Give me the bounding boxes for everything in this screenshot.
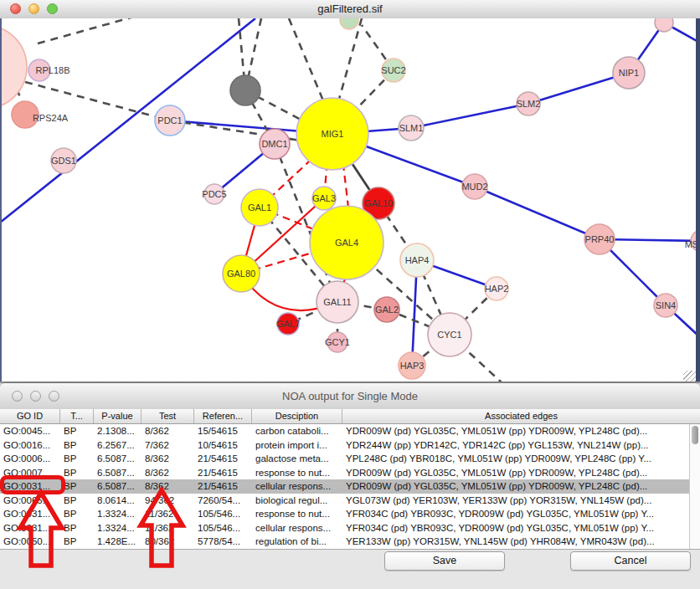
- column-header-6[interactable]: Associated edges: [342, 409, 700, 423]
- table-cell: BP: [60, 466, 94, 480]
- node-label-NIP1: NIP1: [619, 68, 639, 78]
- table-cell: GO:0031...: [0, 507, 60, 521]
- column-header-4[interactable]: Referen...: [194, 409, 252, 423]
- table-cell: YPL248C (pd) YBR018C, YML051W (pp) YDR00…: [342, 452, 700, 466]
- table-cell: GO:0007...: [0, 466, 60, 480]
- node-label-GAL80: GAL80: [227, 269, 255, 279]
- column-header-0[interactable]: GO ID: [0, 409, 60, 423]
- table-cell: GO:0006...: [0, 452, 60, 466]
- table-cell: protein import i...: [252, 438, 342, 453]
- table-cell: YFR034C (pd) YBR093C, YDR009W (pd) YGL03…: [342, 521, 700, 535]
- node-label-SLM1: SLM1: [399, 123, 424, 133]
- table-cell: GO:0031...: [0, 521, 60, 535]
- node-label-DMC1: DMC1: [261, 139, 287, 149]
- node-label-SLM2: SLM2: [517, 99, 541, 109]
- node-label-GAL10: GAL10: [364, 198, 393, 208]
- cancel-button[interactable]: Cancel: [570, 551, 691, 571]
- save-button[interactable]: Save: [384, 551, 505, 571]
- noa-window-title: NOA output for Single Mode: [0, 383, 700, 409]
- screen: galFiltered.sif RPL18BRPS24AGDS1PDC1DMC1…: [0, 0, 700, 589]
- node-label-SUC2: SUC2: [381, 65, 405, 75]
- window-title: galFiltered.sif: [0, 0, 700, 18]
- table-row[interactable]: GO:0006...BP6.5087...8/36221/54615galact…: [0, 452, 700, 466]
- table-cell: BP: [60, 424, 94, 438]
- node-label-MIG1: MIG1: [322, 129, 344, 139]
- node-label-RPL18B: RPL18B: [36, 65, 70, 75]
- node-label-GCY1: GCY1: [325, 337, 350, 347]
- network-node-top-green[interactable]: [340, 18, 358, 29]
- table-header: GO IDT...P-valueTestReferen...Desciption…: [0, 409, 700, 424]
- table-cell: 7260/54...: [194, 494, 252, 508]
- table-row[interactable]: GO:0031...BP6.5087...8/36221/54615cellul…: [0, 479, 700, 494]
- node-label-GAL3: GAL3: [312, 193, 336, 203]
- resize-grip-icon[interactable]: [683, 371, 696, 382]
- column-header-1[interactable]: T...: [60, 409, 94, 423]
- table-cell: GO:0016...: [0, 438, 60, 453]
- table-cell: YDR244W (pp) YDR142C, YDR142C (pp) YGL15…: [342, 438, 700, 453]
- table-cell: cellular respons...: [252, 521, 342, 535]
- table-cell: 8/362: [142, 479, 194, 494]
- table-cell: GO:0045...: [0, 424, 60, 438]
- table-cell: GO:0031...: [0, 479, 60, 494]
- table-cell: BP: [60, 494, 94, 508]
- node-label-SIN4: SIN4: [656, 300, 676, 310]
- network-node-gray-node[interactable]: [230, 75, 260, 105]
- table-row[interactable]: GO:0050...BP1.428E...80/3625778/54...reg…: [0, 535, 700, 549]
- go-results-table: GO IDT...P-valueTestReferen...Desciption…: [0, 409, 700, 550]
- node-label-MUD2: MUD2: [461, 182, 487, 192]
- table-cell: 6.5087...: [94, 452, 142, 466]
- table-cell: GO:0065...: [0, 494, 60, 508]
- table-cell: 5778/54...: [194, 535, 252, 549]
- noa-titlebar[interactable]: NOA output for Single Mode: [0, 383, 700, 410]
- table-cell: YFR034C (pd) YBR093C, YDR009W (pd) YGL03…: [342, 507, 700, 521]
- table-cell: 8/362: [142, 452, 194, 466]
- column-header-2[interactable]: P-value: [94, 409, 142, 423]
- table-cell: 8/362: [142, 466, 194, 480]
- table-row[interactable]: GO:0031...BP1.3324...11/362105/546...res…: [0, 507, 700, 521]
- table-cell: 2.1308...: [94, 424, 142, 438]
- table-cell: 15/54615: [194, 424, 252, 438]
- table-cell: 11/362: [142, 521, 194, 535]
- network-titlebar[interactable]: galFiltered.sif: [0, 0, 700, 19]
- table-row[interactable]: GO:0007...BP6.5087...8/36221/54615respon…: [0, 466, 700, 480]
- table-cell: YER133W (pp) YOR315W, YNL145W (pd) YHR08…: [342, 535, 700, 549]
- node-label-GAL11: GAL11: [323, 297, 351, 307]
- network-node-big-left[interactable]: [2, 25, 27, 109]
- node-label-HAP3: HAP3: [400, 361, 425, 371]
- node-label-PDC5: PDC5: [202, 189, 226, 199]
- column-header-3[interactable]: Test: [142, 409, 194, 423]
- table-cell: galactose meta...: [252, 452, 342, 466]
- table-cell: response to nut...: [252, 507, 342, 521]
- table-row[interactable]: GO:0065...BP8.0614...94/3627260/54...bio…: [0, 494, 700, 508]
- node-label-GDS1: GDS1: [51, 156, 76, 166]
- table-body: GO:0045...BP2.1308...8/36215/54615carbon…: [0, 424, 700, 549]
- table-cell: BP: [60, 479, 94, 494]
- table-row[interactable]: GO:0016...BP6.2567...7/36210/54615protei…: [0, 438, 700, 453]
- scrollbar-thumb[interactable]: [692, 426, 698, 444]
- table-cell: BP: [60, 438, 94, 453]
- table-row[interactable]: GO:0045...BP2.1308...8/36215/54615carbon…: [0, 424, 700, 438]
- network-node-corner-pink[interactable]: [655, 18, 673, 32]
- table-cell: response to nut...: [252, 466, 342, 480]
- table-row[interactable]: GO:0031...BP1.3324...11/362105/546...cel…: [0, 521, 700, 535]
- table-cell: 8.0614...: [94, 494, 142, 508]
- vertical-scrollbar[interactable]: [689, 424, 700, 549]
- table-cell: 105/546...: [194, 521, 252, 535]
- table-cell: 94/362: [142, 494, 194, 508]
- table-cell: 7/362: [142, 438, 194, 453]
- table-cell: 11/362: [142, 507, 194, 521]
- table-cell: 6.2567...: [94, 438, 142, 453]
- column-header-5[interactable]: Desciption: [252, 409, 342, 423]
- node-label-MSL1: MSL1: [685, 239, 696, 249]
- table-cell: 21/54615: [194, 466, 252, 480]
- table-cell: carbon cataboli...: [252, 424, 342, 438]
- node-label-HAP4: HAP4: [405, 255, 430, 265]
- table-cell: 1.3324...: [94, 521, 142, 535]
- network-edge: [411, 104, 528, 128]
- table-cell: BP: [60, 507, 94, 521]
- table-cell: cellular respons...: [252, 479, 342, 494]
- node-label-GAL2: GAL2: [375, 305, 399, 315]
- node-label-CYC1: CYC1: [437, 330, 461, 340]
- table-cell: BP: [60, 535, 94, 549]
- network-canvas[interactable]: RPL18BRPS24AGDS1PDC1DMC1MIG1SUC2SLM1SLM2…: [0, 18, 700, 382]
